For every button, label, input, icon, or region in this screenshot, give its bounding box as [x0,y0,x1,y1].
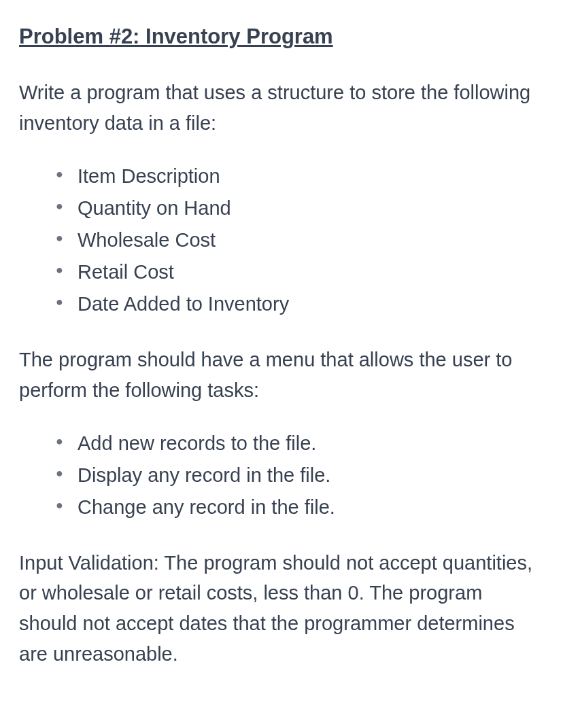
tasks-list: Add new records to the file. Display any… [19,428,544,523]
list-item: Display any record in the file. [56,460,544,491]
validation-paragraph: Input Validation: The program should not… [19,548,544,670]
list-item: Retail Cost [56,256,544,288]
menu-intro-paragraph: The program should have a menu that allo… [19,345,544,406]
list-item: Quantity on Hand [56,192,544,224]
problem-heading: Problem #2: Inventory Program [19,20,544,53]
intro-paragraph: Write a program that uses a structure to… [19,77,544,139]
list-item: Date Added to Inventory [56,288,544,320]
fields-list: Item Description Quantity on Hand Wholes… [19,160,544,320]
list-item: Add new records to the file. [56,428,544,460]
list-item: Change any record in the file. [56,491,544,523]
list-item: Item Description [56,160,544,192]
list-item: Wholesale Cost [56,224,544,256]
